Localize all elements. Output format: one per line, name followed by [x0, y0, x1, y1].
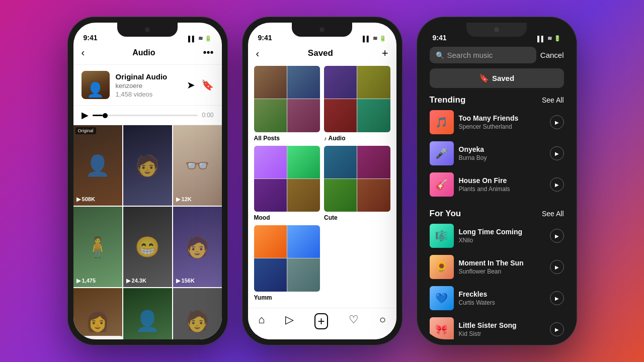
video-cell-3[interactable]: 👓 ▶ 12K — [173, 125, 222, 206]
collection-audio[interactable]: ♪ Audio — [324, 66, 390, 142]
play-button[interactable]: ▶ — [82, 110, 89, 121]
music-note-icon: ♪ — [324, 135, 327, 141]
audio-thumb — [324, 66, 390, 132]
use-audio-button[interactable]: 📷 Use Audio — [73, 336, 122, 339]
nav-heart[interactable]: ♡ — [349, 313, 359, 329]
video-cell-6[interactable]: 🧑 ▶ 156K — [173, 207, 222, 287]
for-you-name-1: Long Time Coming — [459, 228, 545, 236]
back-button-2[interactable]: ‹ — [256, 48, 260, 59]
for-you-item-4[interactable]: 🎀 Little Sister Song Kid Sistr ▶ — [430, 317, 564, 339]
for-you-artist-4: Kid Sistr — [459, 330, 545, 337]
share-icon[interactable]: ➤ — [187, 79, 195, 91]
for-you-thumb-2: 🌻 — [430, 255, 454, 279]
collection-all-posts[interactable]: All Posts — [254, 66, 320, 142]
for-you-thumb-4: 🎀 — [430, 317, 454, 339]
audio-page-title: Audio — [85, 48, 203, 57]
trending-name-2: Onyeka — [459, 145, 545, 153]
trending-list: 🎵 Too Many Friends Spencer Sutherland ▶ … — [423, 110, 571, 197]
video-cell-1[interactable]: 👤 Original ▶ 508K — [73, 125, 122, 206]
video-count-1: ▶ 508K — [76, 196, 95, 203]
mood-thumb — [254, 146, 320, 212]
audio-track: Original Audio kenzoere 1,458 videos ➤ 🔖 — [73, 65, 222, 106]
for-you-name-4: Little Sister Song — [459, 321, 545, 329]
notch-3 — [466, 23, 527, 37]
collection-cute[interactable]: Cute — [324, 146, 390, 222]
play-for-you-4[interactable]: ▶ — [550, 322, 564, 336]
play-trending-2[interactable]: ▶ — [550, 146, 564, 160]
back-button-1[interactable]: ‹ — [82, 47, 85, 58]
more-button-1[interactable]: ••• — [203, 47, 213, 58]
video-cell-9[interactable]: 🧑 — [173, 288, 222, 339]
video-count-5: ▶ 24.3K — [126, 278, 146, 284]
trending-item-3[interactable]: 🎸 House On Fire Plants and Animals ▶ — [430, 172, 564, 197]
nav-home[interactable]: ⌂ — [258, 313, 265, 329]
for-you-name-3: Freckles — [459, 290, 545, 298]
person-5: 😁 — [123, 207, 172, 287]
bookmark-icon-1[interactable]: 🔖 — [201, 79, 214, 91]
video-cell-7[interactable]: 👩 📷 Use Audio — [73, 288, 122, 339]
saved-page-title: Saved — [308, 48, 333, 58]
progress-fill — [93, 115, 103, 116]
nav-profile[interactable]: ○ — [379, 313, 386, 329]
all-posts-label: All Posts — [254, 135, 320, 142]
person-8: 👤 — [123, 288, 172, 339]
mood-label: Mood — [254, 214, 320, 221]
for-you-artist-3: Curtis Waters — [459, 299, 545, 306]
trending-see-all[interactable]: See All — [542, 96, 564, 104]
progress-controls: ▶ 0:00 — [82, 110, 214, 121]
play-for-you-1[interactable]: ▶ — [550, 229, 564, 243]
video-cell-4[interactable]: 🧍 ▶ 1,475 — [73, 207, 122, 287]
for-you-see-all[interactable]: See All — [542, 210, 564, 218]
collection-row-1: All Posts ♪ Audio — [254, 66, 390, 142]
phone-music: 9:41 ▌▌ ≋ 🔋 🔍 Search music Cancel 🔖 Save… — [417, 17, 577, 345]
video-cell-8[interactable]: 👤 — [123, 288, 172, 339]
collection-empty — [324, 225, 390, 301]
for-you-item-2[interactable]: 🌻 Moment In The Sun Sunflower Bean ▶ — [430, 255, 564, 279]
for-you-thumb-1: 🎼 — [430, 224, 454, 248]
for-you-list: 🎼 Long Time Coming XNilo ▶ 🌻 Moment In T… — [423, 224, 571, 339]
for-you-item-1[interactable]: 🎼 Long Time Coming XNilo ▶ — [430, 224, 564, 248]
add-button-2[interactable]: + — [382, 47, 388, 60]
bookmark-tab-icon: 🔖 — [479, 73, 489, 83]
saved-tab-button[interactable]: 🔖 Saved — [430, 68, 564, 88]
play-trending-3[interactable]: ▶ — [550, 177, 564, 192]
collection-grid: All Posts ♪ Audio — [248, 66, 396, 309]
audio-info: Original Audio kenzoere 1,458 videos — [116, 72, 181, 98]
person-4: 🧍 — [73, 207, 122, 287]
for-you-item-3[interactable]: 💙 Freckles Curtis Waters ▶ — [430, 286, 564, 310]
for-you-title: For You — [430, 209, 461, 219]
for-you-artist-1: XNilo — [459, 237, 545, 244]
person-2: 🧑 — [123, 125, 172, 206]
person-1: 👤 — [73, 125, 122, 206]
audio-track-count: 1,458 videos — [116, 90, 181, 98]
for-you-name-2: Moment In The Sun — [459, 259, 545, 267]
collection-row-3: Yumm — [254, 225, 390, 301]
cancel-button[interactable]: Cancel — [540, 51, 564, 59]
nav-reels[interactable]: ▷ — [285, 313, 294, 329]
play-trending-1[interactable]: ▶ — [550, 115, 564, 129]
collection-yumm[interactable]: Yumm — [254, 225, 320, 301]
trending-info-1: Too Many Friends Spencer Sutherland — [459, 114, 545, 130]
play-for-you-2[interactable]: ▶ — [550, 260, 564, 274]
progress-bar[interactable] — [93, 115, 198, 116]
trending-item-1[interactable]: 🎵 Too Many Friends Spencer Sutherland ▶ — [430, 110, 564, 134]
trending-thumb-2: 🎤 — [430, 141, 454, 165]
video-cell-5[interactable]: 😁 ▶ 24.3K — [123, 207, 172, 287]
for-you-thumb-3: 💙 — [430, 286, 454, 310]
trending-name-1: Too Many Friends — [459, 114, 545, 122]
collection-row-2: Mood Cute — [254, 146, 390, 222]
audio-track-name: Original Audio — [116, 72, 181, 81]
nav-add[interactable]: + — [314, 313, 328, 329]
trending-item-2[interactable]: 🎤 Onyeka Burna Boy ▶ — [430, 141, 564, 165]
audio-actions: ➤ 🔖 — [187, 79, 214, 91]
video-grid: 👤 Original ▶ 508K 🧑 👓 ▶ 12K 🧍 ▶ 1,475 😁 … — [73, 125, 222, 339]
collection-mood[interactable]: Mood — [254, 146, 320, 222]
play-for-you-3[interactable]: ▶ — [550, 291, 564, 305]
audio-track-user: kenzoere — [116, 82, 181, 89]
cute-thumb — [324, 146, 390, 212]
phone-audio: 9:41 ▌▌ ≋ 🔋 ‹ Audio ••• Original Audio k… — [67, 17, 228, 345]
video-cell-2[interactable]: 🧑 — [123, 125, 172, 206]
yumm-label: Yumm — [254, 294, 320, 301]
audio-header: ‹ Audio ••• — [73, 45, 222, 65]
search-input-wrap[interactable]: 🔍 Search music — [430, 47, 536, 63]
